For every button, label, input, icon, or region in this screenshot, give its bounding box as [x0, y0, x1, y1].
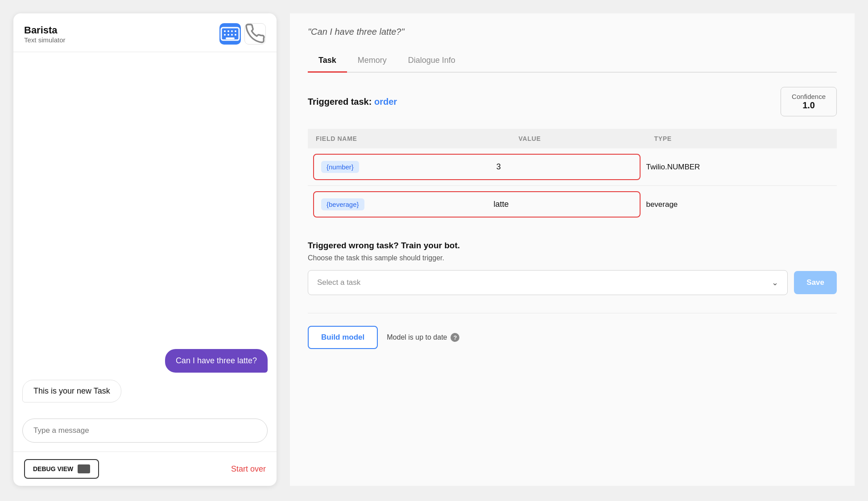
triggered-label: Triggered task: order: [308, 97, 397, 107]
confidence-box: Confidence 1.0: [781, 87, 837, 116]
user-message-bubble: Can I have three latte?: [165, 349, 268, 373]
wrong-task-section: Triggered wrong task? Train your bot. Ch…: [308, 241, 837, 295]
phone-icon: [245, 24, 265, 44]
model-status: Model is up to date ?: [387, 333, 459, 342]
row-box-1: {number} 3: [313, 154, 641, 180]
field-tag-1: {number}: [321, 161, 359, 173]
right-panel: "Can I have three latte?" Task Memory Di…: [290, 13, 855, 486]
col-type: TYPE: [646, 129, 837, 148]
triggered-label-text: Triggered task:: [308, 97, 372, 107]
triggered-row: Triggered task: order Confidence 1.0: [308, 87, 837, 116]
field-value-2: latte: [370, 200, 633, 209]
header-icons: [219, 23, 266, 45]
col-field-name: FIELD NAME: [308, 129, 511, 148]
save-button[interactable]: Save: [794, 271, 837, 294]
keyboard-icon: [219, 23, 241, 45]
wrong-task-subtitle: Choose the task this sample should trigg…: [308, 254, 837, 262]
model-status-text: Model is up to date: [387, 333, 447, 341]
table-row: {beverage} latte beverage: [308, 186, 837, 223]
chat-input[interactable]: [22, 419, 268, 443]
chevron-down-icon: ⌄: [772, 278, 778, 287]
left-header: Barista Text simulator: [13, 13, 277, 52]
field-tag-2: {beverage}: [321, 198, 364, 210]
confidence-label: Confidence: [792, 93, 826, 100]
select-task-placeholder: Select a task: [317, 278, 360, 287]
debug-toggle: [78, 464, 90, 473]
confidence-value: 1.0: [792, 100, 826, 111]
build-model-row: Build model Model is up to date ?: [308, 313, 837, 349]
phone-button[interactable]: [244, 23, 266, 45]
chat-area: Can I have three latte? This is your new…: [13, 52, 277, 413]
app-subtitle: Text simulator: [24, 36, 66, 44]
type-cell-2: beverage: [646, 186, 837, 223]
debug-view-button[interactable]: DEBUG VIEW: [24, 459, 99, 479]
keyboard-button[interactable]: [219, 23, 241, 45]
task-table: FIELD NAME VALUE TYPE {number} 3 Twilio.…: [308, 129, 837, 223]
row-box-2: {beverage} latte: [313, 191, 641, 218]
select-task-row: Select a task ⌄ Save: [308, 270, 837, 295]
select-task-dropdown[interactable]: Select a task ⌄: [308, 270, 788, 295]
help-icon[interactable]: ?: [451, 333, 459, 342]
left-panel: Barista Text simulator: [13, 13, 277, 486]
build-model-button[interactable]: Build model: [308, 326, 378, 349]
field-value-1: 3: [364, 162, 633, 172]
col-value: VALUE: [511, 129, 646, 148]
start-over-button[interactable]: Start over: [231, 464, 266, 474]
app-title-group: Barista Text simulator: [24, 25, 66, 44]
tabs-row: Task Memory Dialogue Info: [308, 49, 837, 73]
tab-memory[interactable]: Memory: [347, 49, 397, 73]
table-row: {number} 3 Twilio.NUMBER: [308, 148, 837, 186]
chat-input-row: [13, 413, 277, 452]
tab-dialogue-info[interactable]: Dialogue Info: [397, 49, 466, 73]
triggered-task-link[interactable]: order: [374, 97, 397, 107]
field-name-cell-1: {number} 3: [308, 148, 646, 186]
type-cell-1: Twilio.NUMBER: [646, 148, 837, 186]
app-name: Barista: [24, 25, 66, 36]
debug-view-label: DEBUG VIEW: [33, 465, 73, 472]
wrong-task-title: Triggered wrong task? Train your bot.: [308, 241, 837, 250]
tab-task[interactable]: Task: [308, 49, 347, 73]
bot-message-bubble: This is your new Task: [22, 380, 121, 402]
chat-quote: "Can I have three latte?": [308, 27, 837, 37]
chat-footer: DEBUG VIEW Start over: [13, 452, 277, 486]
field-name-cell-2: {beverage} latte: [308, 186, 646, 223]
